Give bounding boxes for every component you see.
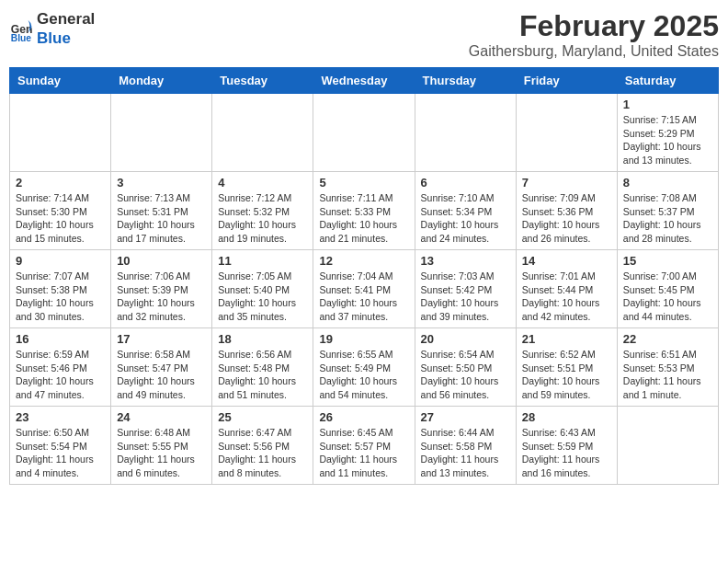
day-number: 11 [218,254,307,268]
day-number: 8 [623,176,712,190]
day-number: 27 [421,410,510,424]
day-info: Sunrise: 6:54 AM Sunset: 5:50 PM Dayligh… [421,349,499,400]
day-info: Sunrise: 6:51 AM Sunset: 5:53 PM Dayligh… [623,349,701,400]
day-cell [10,94,111,172]
location: Gaithersburg, Maryland, United States [469,43,719,60]
day-cell [111,94,212,172]
day-cell: 15Sunrise: 7:00 AM Sunset: 5:45 PM Dayli… [617,250,718,328]
day-info: Sunrise: 6:43 AM Sunset: 5:59 PM Dayligh… [522,427,600,478]
day-info: Sunrise: 6:45 AM Sunset: 5:57 PM Dayligh… [319,427,397,478]
col-header-tuesday: Tuesday [212,68,313,94]
day-info: Sunrise: 7:06 AM Sunset: 5:39 PM Dayligh… [117,270,195,322]
logo-blue: Blue [37,29,71,47]
day-number: 18 [218,332,307,346]
day-info: Sunrise: 6:47 AM Sunset: 5:56 PM Dayligh… [218,427,296,478]
day-cell: 4Sunrise: 7:12 AM Sunset: 5:32 PM Daylig… [212,172,313,250]
day-info: Sunrise: 7:12 AM Sunset: 5:32 PM Dayligh… [218,192,296,244]
day-cell: 13Sunrise: 7:03 AM Sunset: 5:42 PM Dayli… [415,250,516,328]
day-number: 3 [117,176,206,190]
day-number: 23 [16,410,105,424]
col-header-wednesday: Wednesday [313,68,415,94]
day-cell: 8Sunrise: 7:08 AM Sunset: 5:37 PM Daylig… [617,172,718,250]
day-cell: 18Sunrise: 6:56 AM Sunset: 5:48 PM Dayli… [212,328,313,407]
day-info: Sunrise: 6:44 AM Sunset: 5:58 PM Dayligh… [421,427,499,478]
day-number: 6 [421,176,510,190]
day-info: Sunrise: 7:07 AM Sunset: 5:38 PM Dayligh… [16,270,94,322]
day-info: Sunrise: 6:55 AM Sunset: 5:49 PM Dayligh… [319,349,397,400]
header-row: SundayMondayTuesdayWednesdayThursdayFrid… [10,68,719,94]
day-number: 28 [522,410,611,424]
day-cell: 5Sunrise: 7:11 AM Sunset: 5:33 PM Daylig… [313,172,415,250]
month-title: February 2025 [469,9,719,43]
day-cell [617,407,718,485]
day-info: Sunrise: 7:00 AM Sunset: 5:45 PM Dayligh… [623,270,701,322]
day-number: 21 [522,332,611,346]
day-cell: 11Sunrise: 7:05 AM Sunset: 5:40 PM Dayli… [212,250,313,328]
day-number: 1 [623,98,712,111]
day-cell: 9Sunrise: 7:07 AM Sunset: 5:38 PM Daylig… [10,250,111,328]
col-header-sunday: Sunday [10,68,111,94]
title-block: February 2025 Gaithersburg, Maryland, Un… [469,9,719,60]
day-info: Sunrise: 7:08 AM Sunset: 5:37 PM Dayligh… [623,192,701,244]
week-row-1: 1Sunrise: 7:15 AM Sunset: 5:29 PM Daylig… [10,94,719,172]
day-info: Sunrise: 7:01 AM Sunset: 5:44 PM Dayligh… [522,270,600,322]
day-cell: 14Sunrise: 7:01 AM Sunset: 5:44 PM Dayli… [516,250,617,328]
day-cell: 21Sunrise: 6:52 AM Sunset: 5:51 PM Dayli… [516,328,617,407]
day-number: 13 [421,254,510,268]
day-cell: 23Sunrise: 6:50 AM Sunset: 5:54 PM Dayli… [10,407,111,485]
day-cell: 6Sunrise: 7:10 AM Sunset: 5:34 PM Daylig… [415,172,516,250]
page-header: Gen Blue General Blue February 2025 Gait… [9,9,719,60]
day-info: Sunrise: 6:58 AM Sunset: 5:47 PM Dayligh… [117,349,195,400]
day-number: 5 [319,176,408,190]
week-row-3: 9Sunrise: 7:07 AM Sunset: 5:38 PM Daylig… [10,250,719,328]
week-row-4: 16Sunrise: 6:59 AM Sunset: 5:46 PM Dayli… [10,328,719,407]
day-number: 10 [117,254,206,268]
day-number: 26 [319,410,408,424]
day-cell [212,94,313,172]
day-info: Sunrise: 7:09 AM Sunset: 5:36 PM Dayligh… [522,192,600,244]
day-cell: 12Sunrise: 7:04 AM Sunset: 5:41 PM Dayli… [313,250,415,328]
day-cell: 10Sunrise: 7:06 AM Sunset: 5:39 PM Dayli… [111,250,212,328]
day-info: Sunrise: 7:15 AM Sunset: 5:29 PM Dayligh… [623,114,701,166]
day-info: Sunrise: 7:10 AM Sunset: 5:34 PM Dayligh… [421,192,499,244]
day-cell [415,94,516,172]
day-number: 19 [319,332,408,346]
day-info: Sunrise: 6:59 AM Sunset: 5:46 PM Dayligh… [16,349,94,400]
day-cell: 22Sunrise: 6:51 AM Sunset: 5:53 PM Dayli… [617,328,718,407]
day-cell: 27Sunrise: 6:44 AM Sunset: 5:58 PM Dayli… [415,407,516,485]
day-info: Sunrise: 6:48 AM Sunset: 5:55 PM Dayligh… [117,427,195,478]
day-info: Sunrise: 7:11 AM Sunset: 5:33 PM Dayligh… [319,192,397,244]
day-info: Sunrise: 7:05 AM Sunset: 5:40 PM Dayligh… [218,270,296,322]
svg-text:Blue: Blue [11,33,32,41]
day-number: 20 [421,332,510,346]
day-number: 16 [16,332,105,346]
day-cell: 7Sunrise: 7:09 AM Sunset: 5:36 PM Daylig… [516,172,617,250]
col-header-monday: Monday [111,68,212,94]
day-cell: 17Sunrise: 6:58 AM Sunset: 5:47 PM Dayli… [111,328,212,407]
col-header-thursday: Thursday [415,68,516,94]
day-number: 15 [623,254,712,268]
day-number: 2 [16,176,105,190]
day-cell: 28Sunrise: 6:43 AM Sunset: 5:59 PM Dayli… [516,407,617,485]
day-cell: 1Sunrise: 7:15 AM Sunset: 5:29 PM Daylig… [617,94,718,172]
day-cell: 19Sunrise: 6:55 AM Sunset: 5:49 PM Dayli… [313,328,415,407]
day-number: 17 [117,332,206,346]
col-header-saturday: Saturday [617,68,718,94]
week-row-5: 23Sunrise: 6:50 AM Sunset: 5:54 PM Dayli… [10,407,719,485]
logo-icon: Gen Blue [9,16,35,41]
day-cell [516,94,617,172]
day-cell: 20Sunrise: 6:54 AM Sunset: 5:50 PM Dayli… [415,328,516,407]
calendar: SundayMondayTuesdayWednesdayThursdayFrid… [9,67,719,485]
week-row-2: 2Sunrise: 7:14 AM Sunset: 5:30 PM Daylig… [10,172,719,250]
day-cell: 26Sunrise: 6:45 AM Sunset: 5:57 PM Dayli… [313,407,415,485]
col-header-friday: Friday [516,68,617,94]
logo-general: General [37,10,95,28]
day-number: 14 [522,254,611,268]
day-info: Sunrise: 7:03 AM Sunset: 5:42 PM Dayligh… [421,270,499,322]
day-cell: 24Sunrise: 6:48 AM Sunset: 5:55 PM Dayli… [111,407,212,485]
day-cell: 2Sunrise: 7:14 AM Sunset: 5:30 PM Daylig… [10,172,111,250]
day-cell [313,94,415,172]
day-info: Sunrise: 6:56 AM Sunset: 5:48 PM Dayligh… [218,349,296,400]
day-number: 24 [117,410,206,424]
day-cell: 3Sunrise: 7:13 AM Sunset: 5:31 PM Daylig… [111,172,212,250]
